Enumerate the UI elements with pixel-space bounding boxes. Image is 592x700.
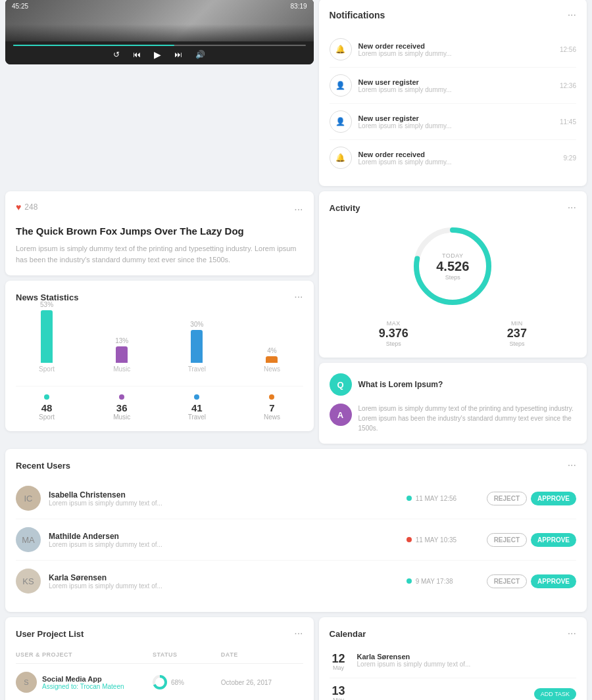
lorem-a-text: Lorem ipsum is simply dummy text of the … xyxy=(358,404,576,433)
notif-content-row-1: New order received Lorem ipsum is simply… xyxy=(358,42,553,57)
notif-title-4: New order received xyxy=(358,151,557,158)
calendar-title: Calendar xyxy=(330,629,366,639)
add-task-button[interactable]: ADD TASK xyxy=(534,688,576,700)
stats-summary-row: 48 Sport 36 Music 41 Travel xyxy=(16,386,303,421)
calendar-wrapper: Calendar ··· 12 May Karla Sørensen Lorem… xyxy=(319,617,587,700)
cal-day-2: 13 xyxy=(330,685,348,697)
project-list-card: User Project List ··· USER & PROJECT STA… xyxy=(5,617,314,700)
user-row-2: MA Mathilde Andersen Lorem ipsum is simp… xyxy=(16,519,576,561)
num-music: 36 xyxy=(116,402,128,413)
blog-options-menu[interactable]: ··· xyxy=(294,204,303,216)
right-column: Activity ··· TODAY 4.526 Steps xyxy=(319,191,587,444)
summary-music: 36 Music xyxy=(91,394,153,421)
notif-timestamp-1: 12:56 xyxy=(560,46,576,53)
col-date: DATE xyxy=(221,651,303,658)
act-stat-max: MAX 9.376 Steps xyxy=(379,320,408,347)
donut-steps-value: 4.526 xyxy=(436,259,469,274)
reject-btn-2[interactable]: REJECT xyxy=(487,533,527,547)
proj-date-1: October 26, 2017 xyxy=(221,679,303,686)
notif-sub-2: Lorem ipsum is simply dummy... xyxy=(358,86,553,93)
act-max-value: 9.376 xyxy=(379,327,408,340)
notif-sub-3: Lorem ipsum is simply dummy... xyxy=(358,122,553,129)
notif-title-3: New user register xyxy=(358,114,553,122)
user-row-3: KS Karla Sørensen Lorem ipsum is simply … xyxy=(16,561,576,601)
approve-btn-3[interactable]: APPROVE xyxy=(531,574,576,588)
video-player-main: 45:25 83:19 ↺ ⏮ ▶ ⏭ 🔊 xyxy=(5,0,314,64)
q-avatar: Q xyxy=(330,373,352,396)
recent-users-wrapper: Recent Users ··· IC Isabella Christensen… xyxy=(5,449,587,612)
act-min-sub: Steps xyxy=(507,340,527,347)
sport-label: Sport xyxy=(39,365,55,373)
row-4: User Project List ··· USER & PROJECT STA… xyxy=(5,617,587,700)
calendar-card: Calendar ··· 12 May Karla Sørensen Lorem… xyxy=(319,617,587,700)
user-status-2: 11 MAY 10:35 xyxy=(407,536,479,544)
forward-btn-icon[interactable]: ⏭ xyxy=(174,50,182,59)
activity-title: Activity xyxy=(330,203,360,213)
approve-btn-1[interactable]: APPROVE xyxy=(531,492,576,505)
proj-avatar-1: S xyxy=(16,672,37,693)
user-desc-1: Lorem ipsum is simply dummy text of... xyxy=(49,500,399,507)
reject-btn-1[interactable]: REJECT xyxy=(487,492,527,505)
status-dot-1 xyxy=(407,496,412,501)
news-statistics-card: News Statistics ··· 53% Sport 13% Music xyxy=(5,281,314,431)
news-bar-label: News xyxy=(264,365,280,373)
project-list-header: User Project List ··· xyxy=(16,628,303,640)
project-list-options[interactable]: ··· xyxy=(294,628,303,640)
user-info-3: Karla Sørensen Lorem ipsum is simply dum… xyxy=(49,573,399,590)
play-pause-button[interactable]: ▶ xyxy=(154,49,161,60)
project-list-wrapper: User Project List ··· USER & PROJECT STA… xyxy=(5,617,314,700)
num-sport: 48 xyxy=(41,402,53,413)
activity-card: Activity ··· TODAY 4.526 Steps xyxy=(319,191,587,358)
music-bar xyxy=(116,346,128,363)
notif-sub-1: Lorem ipsum is simply dummy... xyxy=(358,50,553,57)
dot-news xyxy=(269,394,274,400)
approve-btn-2[interactable]: APPROVE xyxy=(531,533,576,547)
video-controls-bar: ↺ ⏮ ▶ ⏭ 🔊 xyxy=(5,41,314,64)
notif-bell-icon-4: 🔔 xyxy=(330,147,352,169)
heart-icon-blog: ♥ xyxy=(16,202,21,212)
notif-menu-btn[interactable]: ··· xyxy=(568,9,576,21)
col-user-project: USER & PROJECT xyxy=(16,651,153,658)
notif-content-row-2: New user register Lorem ipsum is simply … xyxy=(358,78,553,93)
notif-bell-icon-1: 🔔 xyxy=(330,38,352,60)
activity-stats-row: MAX 9.376 Steps MIN 237 Steps xyxy=(330,320,576,347)
blog-post-title: The Quick Brown Fox Jumps Over The Lazy … xyxy=(16,224,303,238)
user-status-1: 11 MAY 12:56 xyxy=(407,495,479,502)
cal-date-2: 13 May xyxy=(330,685,348,700)
recent-users-header: Recent Users ··· xyxy=(16,459,576,471)
notif-timestamp-2: 12:36 xyxy=(560,82,576,89)
dot-music xyxy=(119,394,124,400)
user-name-3: Karla Sørensen xyxy=(49,573,399,582)
notif-row-4: 🔔 New order received Lorem ipsum is simp… xyxy=(330,140,576,175)
rewind-btn-icon[interactable]: ⏮ xyxy=(133,50,141,59)
volume-btn-icon[interactable]: 🔊 xyxy=(195,50,205,59)
cal-name-1: Karla Sørensen xyxy=(357,653,576,661)
blog-post-body: Lorem ipsum is simply dummy text of the … xyxy=(16,243,303,265)
status-dot-2 xyxy=(407,537,412,542)
cal-event-1: 12 May Karla Sørensen Lorem ipsum is sim… xyxy=(330,646,576,678)
lorem-q-section: Q What is Lorem Ipsum? xyxy=(330,373,576,396)
cal-content-1: Karla Sørensen Lorem ipsum is simply dum… xyxy=(357,653,576,668)
video-seek-bar[interactable] xyxy=(13,45,306,46)
news-pct-label: 4% xyxy=(267,347,276,354)
chart-bar-news: 4% News xyxy=(241,347,303,373)
notif-title-1: New order received xyxy=(358,42,553,50)
user-avatar-1: IC xyxy=(16,486,41,511)
activity-options[interactable]: ··· xyxy=(568,202,576,214)
calendar-options[interactable]: ··· xyxy=(568,628,576,640)
news-stats-options[interactable]: ··· xyxy=(294,291,303,303)
travel-pct-label: 30% xyxy=(190,321,203,328)
notifications-card: Notifications ··· 🔔 New order received L… xyxy=(319,0,587,186)
reject-btn-3[interactable]: REJECT xyxy=(487,574,527,588)
donut-steps-label: Steps xyxy=(436,274,469,281)
repeat-btn-icon[interactable]: ↺ xyxy=(113,50,120,59)
chart-bar-sport: 53% Sport xyxy=(16,301,78,373)
row-2: ♥ 248 ··· The Quick Brown Fox Jumps Over… xyxy=(5,191,587,444)
recent-users-options[interactable]: ··· xyxy=(568,459,576,471)
project-row-1: S Social Media App Assigned to: Trocan M… xyxy=(16,664,303,700)
summary-news: 7 News xyxy=(241,394,303,421)
news-bar xyxy=(266,356,278,363)
status-dot-3 xyxy=(407,578,412,584)
user-name-2: Mathilde Andersen xyxy=(49,532,399,541)
user-actions-1: REJECT APPROVE xyxy=(487,492,576,505)
